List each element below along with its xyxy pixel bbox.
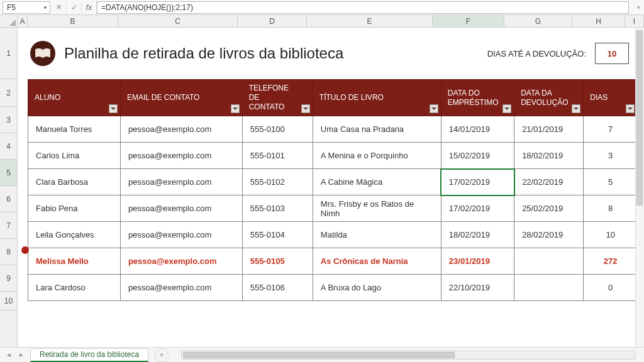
cell-aluno[interactable]: Melissa Mello <box>28 248 121 275</box>
cell-emp[interactable]: 22/10/2019 <box>441 275 514 301</box>
cell-dias[interactable]: 7 <box>584 116 638 143</box>
name-box[interactable]: F5 ▼ <box>3 1 50 14</box>
cell-dev[interactable]: 22/02/2019 <box>514 169 584 195</box>
filter-icon[interactable] <box>109 104 118 113</box>
col-dias[interactable]: DIAS <box>584 80 638 116</box>
filter-icon[interactable] <box>301 104 310 113</box>
cell-emp[interactable]: 17/02/2019 <box>441 195 514 222</box>
cell-aluno[interactable]: Carlos Lima <box>28 143 121 169</box>
cell-dev[interactable] <box>514 275 584 301</box>
fx-icon[interactable]: fx <box>82 1 97 14</box>
cell-email[interactable]: pessoa@exemplo.com <box>120 195 242 222</box>
cell-tel[interactable]: 555-0100 <box>242 116 313 143</box>
column-header-g[interactable]: G <box>504 15 572 27</box>
cell-titulo[interactable]: A Menina e o Porquinho <box>313 143 441 169</box>
cell-tel[interactable]: 555-0105 <box>242 248 313 275</box>
select-all-corner[interactable] <box>0 15 18 27</box>
row-header-9[interactable]: 9 <box>0 265 17 292</box>
row-header-10[interactable]: 10 <box>0 292 17 310</box>
row-header-6[interactable]: 6 <box>0 186 17 212</box>
tab-scroll-buttons[interactable]: ◄► <box>0 351 30 358</box>
column-header-f[interactable]: F <box>433 15 504 27</box>
cell-titulo[interactable]: A Cabine Mágica <box>313 169 441 195</box>
cell-tel[interactable]: 555-0104 <box>242 222 313 248</box>
filter-icon[interactable] <box>502 104 511 113</box>
cell-titulo[interactable]: Uma Casa na Pradaria <box>313 116 441 143</box>
cell-aluno[interactable]: Fabio Pena <box>28 195 121 222</box>
col-telefone[interactable]: TELEFONE DE CONTATO <box>242 80 313 116</box>
cell-dias[interactable]: 272 <box>584 248 638 275</box>
col-emprestimo[interactable]: DATA DO EMPRÉSTIMO <box>441 80 514 116</box>
cell-email[interactable]: pessoa@exemplo.com <box>120 169 242 195</box>
cell-dias[interactable]: 3 <box>584 143 638 169</box>
cell-emp[interactable]: 18/02/2019 <box>441 222 514 248</box>
filter-icon[interactable] <box>572 104 580 113</box>
col-aluno[interactable]: ALUNO <box>28 80 121 116</box>
add-sheet-button[interactable]: + <box>155 348 169 362</box>
cell-dev[interactable] <box>514 248 584 275</box>
cell-emp[interactable]: 14/01/2019 <box>441 116 514 143</box>
column-header-c[interactable]: C <box>118 15 238 27</box>
cancel-icon[interactable] <box>52 1 67 14</box>
title-bar: Planilha de retirada de livros da biblio… <box>28 28 638 79</box>
row-header-1[interactable]: 1 <box>0 28 17 79</box>
column-header-h[interactable]: H <box>572 15 625 27</box>
cell-titulo[interactable]: Matilda <box>313 222 441 248</box>
cell-titulo[interactable]: Mrs. Frisby e os Ratos de Nimh <box>313 195 441 222</box>
cell-dev[interactable]: 21/01/2019 <box>514 116 584 143</box>
column-header-a[interactable]: A <box>18 15 28 27</box>
filter-icon[interactable] <box>430 104 438 113</box>
cell-aluno[interactable]: Leila Gonçalves <box>28 222 121 248</box>
cell-dev[interactable]: 25/02/2019 <box>514 195 584 222</box>
cell-emp[interactable]: 23/01/2019 <box>441 248 514 275</box>
sheet-tab-active[interactable]: Retirada de livro da biblioteca <box>30 348 148 362</box>
row-header-4[interactable]: 4 <box>0 133 17 160</box>
row-header-7[interactable]: 7 <box>0 212 17 239</box>
cell-dev[interactable]: 28/02/2019 <box>514 222 584 248</box>
cell-aluno[interactable]: Clara Barbosa <box>28 169 121 195</box>
cell-tel[interactable]: 555-0102 <box>242 169 313 195</box>
cell-email[interactable]: pessoa@exemplo.com <box>120 222 242 248</box>
vertical-scrollbar[interactable] <box>635 28 644 347</box>
column-header-i[interactable]: I <box>625 15 644 27</box>
col-email[interactable]: EMAIL DE CONTATO <box>120 80 242 116</box>
column-header-e[interactable]: E <box>307 15 433 27</box>
accept-icon[interactable] <box>67 1 82 14</box>
col-titulo[interactable]: TÍTULO DE LIVRO <box>313 80 441 116</box>
cell-dias[interactable]: 5 <box>584 169 638 195</box>
cell-emp[interactable]: 17/02/2019 <box>441 169 514 195</box>
cell-email[interactable]: pessoa@exemplo.com <box>120 143 242 169</box>
scroll-thumb[interactable] <box>183 352 455 358</box>
sheet-canvas[interactable]: Planilha de retirada de livros da biblio… <box>18 28 644 347</box>
cell-tel[interactable]: 555-0103 <box>242 195 313 222</box>
cell-email[interactable]: pessoa@exemplo.com <box>120 116 242 143</box>
expand-formula-bar-icon[interactable]: ▾ <box>633 4 644 11</box>
row-header-5[interactable]: 5 <box>0 160 17 186</box>
filter-icon[interactable] <box>626 104 635 113</box>
row-header-2[interactable]: 2 <box>0 79 17 107</box>
row-header-8[interactable]: 8 <box>0 239 17 265</box>
cell-dias[interactable]: 10 <box>584 222 638 248</box>
cell-email[interactable]: pessoa@exemplo.com <box>120 275 242 301</box>
scroll-thumb[interactable] <box>636 30 643 206</box>
col-devolucao[interactable]: DATA DA DEVOLUÇÃO <box>514 80 584 116</box>
cell-dias[interactable]: 0 <box>584 275 638 301</box>
column-header-d[interactable]: D <box>238 15 307 27</box>
chevron-down-icon[interactable]: ▼ <box>42 4 48 13</box>
horizontal-scrollbar[interactable] <box>181 351 635 359</box>
cell-tel[interactable]: 555-0101 <box>242 143 313 169</box>
cell-aluno[interactable]: Lara Cardoso <box>28 275 121 301</box>
formula-input[interactable]: =DATA(ANO(HOJE());2;17) <box>97 1 629 14</box>
column-header-b[interactable]: B <box>28 15 118 27</box>
filter-icon[interactable] <box>231 104 240 113</box>
cell-titulo[interactable]: As Crônicas de Narnia <box>313 248 441 275</box>
cell-dias[interactable]: 8 <box>584 195 638 222</box>
cell-aluno[interactable]: Manuela Torres <box>28 116 121 143</box>
days-until-return-value[interactable]: 10 <box>595 43 629 64</box>
row-header-3[interactable]: 3 <box>0 107 17 133</box>
cell-tel[interactable]: 555-0106 <box>242 275 313 301</box>
cell-emp[interactable]: 15/02/2019 <box>441 143 514 169</box>
cell-dev[interactable]: 18/02/2019 <box>514 143 584 169</box>
cell-titulo[interactable]: A Bruxa do Lago <box>313 275 441 301</box>
cell-email[interactable]: pessoa@exemplo.com <box>120 248 242 275</box>
